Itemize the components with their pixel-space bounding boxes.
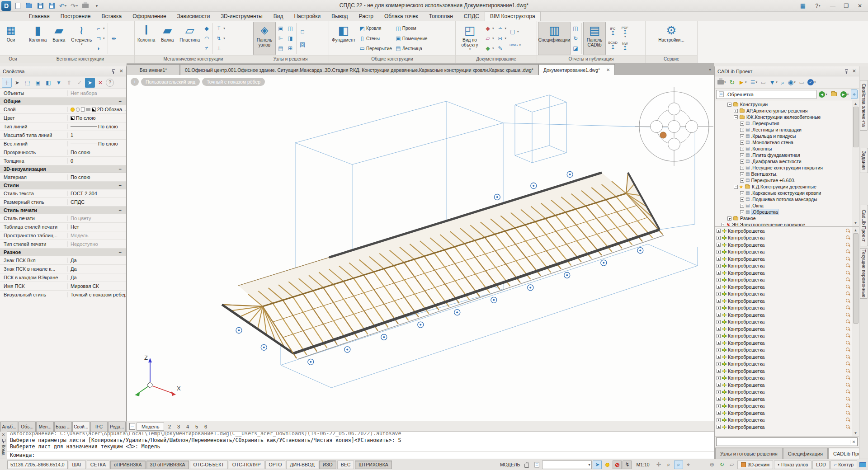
list-item[interactable]: Контробрешетка [715,381,852,389]
contour-button[interactable]: ⌐Контур [830,461,857,469]
property-value[interactable]: ГОСТ 2.304 [68,191,126,196]
list-item[interactable]: Контробрешетка [715,249,852,256]
collapse-icon[interactable]: − [119,183,122,188]
tree-item-.Подшивка потолка мансарды[interactable]: ▤.Подшивка потолка мансарды [715,196,852,202]
node-grid-button[interactable]: ◨ [286,35,294,42]
property-group-Стиль печати[interactable]: Стиль печати− [0,207,126,214]
expand-icon[interactable] [717,348,721,352]
user-icon[interactable]: ◉▾ [787,78,797,87]
expand-icon[interactable] [717,250,721,254]
command-line-panel[interactable]: Автосохранение: C:\Users\acer\AppData\Lo… [7,432,714,459]
magnifier-icon[interactable] [846,249,850,254]
quick-properties-icon[interactable]: ↯ [623,461,632,469]
magnifier-icon[interactable] [846,243,850,247]
invert-select-icon[interactable]: ◧ [43,78,53,88]
tree-item-Конструкции[interactable]: Конструкции [715,101,852,108]
property-value[interactable]: Нет [68,224,126,230]
undo-icon[interactable]: ↶▾ [58,1,68,10]
magnifier-icon[interactable] [846,291,850,296]
tree-item-ЭН.Электроосвещение наружное[interactable]: ↯ЭН.Электроосвещение наружное [715,221,852,226]
tree-item-АР.Архитектурные решения[interactable]: АР.Архитектурные решения [715,108,852,114]
property-value[interactable]: По слою [68,141,126,146]
magnifier-icon[interactable] [846,277,850,282]
property-value[interactable]: 2D.Обозна... [68,107,126,112]
expand-icon[interactable] [717,264,721,268]
panel-tab-Объ...[interactable]: Объ... [19,422,36,432]
weld-button[interactable]: ⍑▾ [215,24,226,32]
export-nw-button[interactable]: NW↥ [620,42,630,51]
doc-tab-documentation[interactable]: Документирование1.dwg*✕ [538,64,615,75]
list-item[interactable]: Контробрешетка [715,241,852,249]
panel-tab-Альб...[interactable]: Альб... [0,422,18,432]
tree-item-Перекрытие +6.600.[interactable]: ▤Перекрытие +6.600. [715,177,852,183]
toggle-ВЕС[interactable]: ВЕС [337,461,354,469]
expand-icon[interactable] [727,216,731,221]
minimize-button[interactable]: — [826,1,839,10]
lod-button[interactable]: LOD [812,461,830,469]
expand-icon[interactable] [740,153,744,157]
mark-500-button[interactable]: ∺▾ [496,35,508,42]
expand-icon[interactable] [717,390,721,394]
list-item[interactable]: Контробрешетка [715,325,852,333]
property-group-Разное[interactable]: Разное− [0,249,126,256]
window-select-icon[interactable]: ⬚ [23,78,33,88]
crossing-select-icon[interactable]: ▣ [33,78,43,88]
panel-tab-IFC[interactable]: IFC [90,422,108,432]
roof-button[interactable]: ◩Кровля [358,24,393,32]
ribbon-tab-Растр[interactable]: Растр [354,11,379,21]
magnifier-icon[interactable] [846,327,850,331]
property-value[interactable]: Да [68,258,126,263]
expand-icon[interactable] [717,327,721,331]
node-add-button[interactable]: ⊞ [286,45,294,52]
app-logo-icon[interactable]: D [1,1,11,11]
frame-view-button[interactable]: ▢▾ [509,28,522,36]
viewport-icon[interactable] [858,461,867,469]
metal-bolt-button[interactable]: ◆ [203,24,211,32]
export-ifc-button[interactable]: IFC↥ [607,27,619,36]
walls-button[interactable]: ▯Стены [358,35,393,42]
layer-combobox[interactable]: ▾ [542,461,592,469]
property-value[interactable]: По цвету [68,216,126,221]
zoom-window-icon[interactable]: ⌖ [684,461,693,469]
list-item[interactable]: Контробрешетка [715,263,852,270]
model-tab-Модель[interactable]: Модель [137,423,164,431]
report-copy-button[interactable]: ◪ [571,45,580,52]
property-value[interactable]: Недоступно [68,241,126,247]
magnifier-icon[interactable] [846,341,850,345]
property-value[interactable]: Да [68,266,126,272]
expand-icon[interactable] [717,257,721,261]
zoom-icon[interactable]: ⌕ [664,461,673,469]
list-item[interactable]: Контробрешетка [715,417,852,424]
ribbon-tab-BIM Конструктора[interactable]: BIM Конструктора [485,11,541,21]
close-panel-icon[interactable]: ✕ [852,68,856,74]
property-group-Стили[interactable]: Стили− [0,182,126,189]
selection-cycling-icon[interactable]: ➤ [593,461,602,469]
tree-item-.Обрешетка[interactable]: ▤.Обрешетка [715,209,852,215]
list-item[interactable]: Контробрешетка [715,305,852,312]
property-value[interactable]: Мировая СК [68,283,126,289]
ribbon-tab-Облака точек[interactable]: Облака точек [379,11,424,21]
copy-sheets-icon[interactable]: ▱ [727,461,736,469]
edit-button[interactable]: ✎ [496,45,508,52]
panel-tab-Узлы и готовые решения[interactable]: Узлы и готовые решения [715,448,783,459]
list-item[interactable]: Контробрешетка [715,291,852,298]
visual-style-button[interactable]: Точный с показом рёбер [202,78,265,86]
profile-button[interactable]: ⊥ [215,45,226,52]
expand-icon[interactable] [717,320,721,324]
list-item[interactable]: Контробрешетка [715,389,852,396]
pin-icon[interactable] [844,69,849,74]
property-value[interactable]: Модель [68,233,126,238]
ribbon-tab-Топоплан[interactable]: Топоплан [424,11,458,21]
list-item[interactable]: Контробрешетка [715,409,852,417]
magnifier-icon[interactable] [846,397,850,401]
concrete-channel-button[interactable]: ⊐▾ [94,35,106,42]
doc-tab-list-dropdown[interactable]: ▾ [705,64,714,75]
tree-scrollbar[interactable]: ▲▼ [852,100,859,226]
list-item[interactable]: Контробрешетка [715,311,852,319]
expand-icon[interactable] [717,334,721,338]
expand-icon[interactable] [740,204,744,208]
node-table-button[interactable]: ◫ [286,24,294,32]
list-item[interactable]: Контробрешетка [715,375,852,382]
magnifier-icon[interactable] [846,411,850,415]
view-by-object-button[interactable]: ◰ Вид по объекту ▾ [457,22,483,55]
